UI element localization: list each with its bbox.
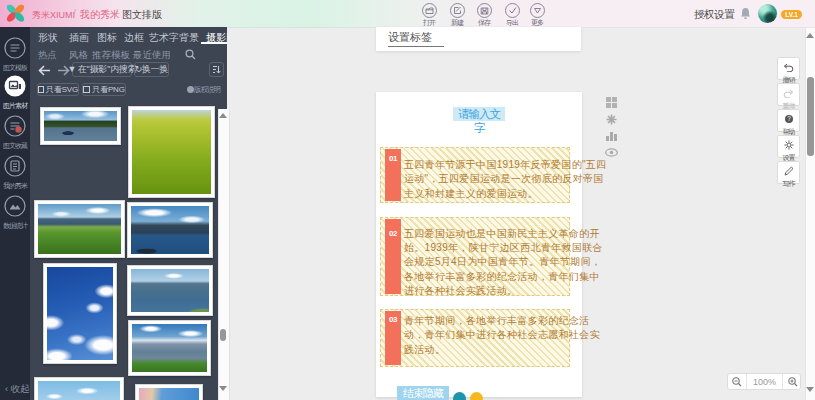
svg-text:?: ? <box>787 115 791 122</box>
